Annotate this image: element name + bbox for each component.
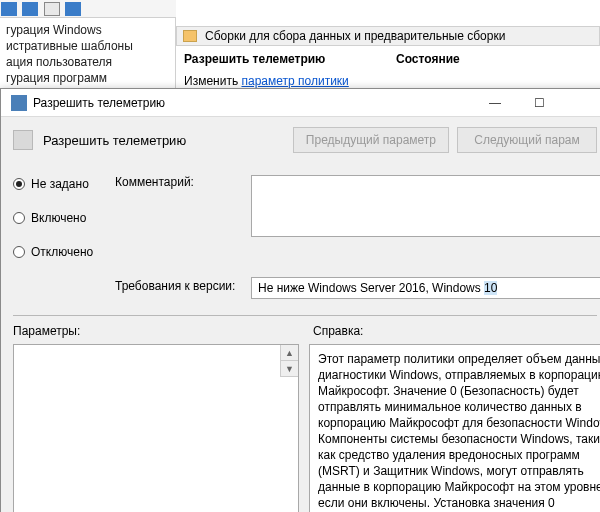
maximize-button[interactable]: ☐ xyxy=(517,90,561,116)
folder-icon xyxy=(183,30,197,42)
toolbar-icon[interactable] xyxy=(44,2,60,16)
previous-setting-button[interactable]: Предыдущий параметр xyxy=(293,127,449,153)
setting-name-heading: Разрешить телеметрию xyxy=(184,52,384,66)
policy-dialog: Разрешить телеметрию — ☐ Разрешить телем… xyxy=(0,88,600,512)
radio-dot-icon xyxy=(13,178,25,190)
folder-title: Сборки для сбора данных и предварительны… xyxy=(205,29,505,43)
nav-item[interactable]: истративные шаблоны xyxy=(6,38,169,54)
nav-item[interactable]: гурация программ xyxy=(6,70,169,86)
radio-not-configured[interactable]: Не задано xyxy=(13,175,109,193)
help-text: Этот параметр политики определяет объем … xyxy=(318,352,600,512)
policy-header-icon xyxy=(13,130,33,150)
radio-dot-icon xyxy=(13,246,25,258)
dialog-icon xyxy=(11,95,27,111)
toolbar-icon[interactable] xyxy=(65,2,81,16)
options-pane[interactable]: ▲ ▼ xyxy=(13,344,299,512)
bg-toolbar xyxy=(0,0,176,18)
minimize-button[interactable]: — xyxy=(473,90,517,116)
nav-item[interactable]: гурация Windows xyxy=(6,22,169,38)
edit-link-line: Изменить параметр политики xyxy=(184,74,384,88)
nav-item[interactable]: ация пользователя xyxy=(6,54,169,70)
toolbar-icon[interactable] xyxy=(22,2,38,16)
help-pane[interactable]: Этот параметр политики определяет объем … xyxy=(309,344,600,512)
supported-label: Требования к версии: xyxy=(115,279,245,293)
toolbar-icon[interactable] xyxy=(1,2,17,16)
scroll-up-icon[interactable]: ▲ xyxy=(280,345,298,361)
radio-dot-icon xyxy=(13,212,25,224)
radio-enabled[interactable]: Включено xyxy=(13,209,109,227)
dialog-title: Разрешить телеметрию xyxy=(33,96,473,110)
next-setting-button[interactable]: Следующий парам xyxy=(457,127,597,153)
separator xyxy=(13,315,597,316)
comment-textarea[interactable] xyxy=(251,175,600,237)
scroll-down-icon[interactable]: ▼ xyxy=(280,361,298,377)
policy-header-title: Разрешить телеметрию xyxy=(43,133,186,148)
close-button[interactable] xyxy=(561,90,600,116)
folder-header: Сборки для сбора данных и предварительны… xyxy=(176,26,600,46)
comment-label: Комментарий: xyxy=(115,175,245,189)
radio-disabled[interactable]: Отключено xyxy=(13,243,109,261)
help-label: Справка: xyxy=(313,324,597,338)
state-heading: Состояние xyxy=(396,52,592,66)
edit-policy-link[interactable]: параметр политики xyxy=(241,74,348,88)
dialog-titlebar: Разрешить телеметрию — ☐ xyxy=(1,89,600,117)
nav-tree[interactable]: гурация Windows истративные шаблоны ация… xyxy=(0,18,176,98)
options-label: Параметры: xyxy=(13,324,313,338)
supported-textbox[interactable]: Не ниже Windows Server 2016, Windows 10 xyxy=(251,277,600,299)
